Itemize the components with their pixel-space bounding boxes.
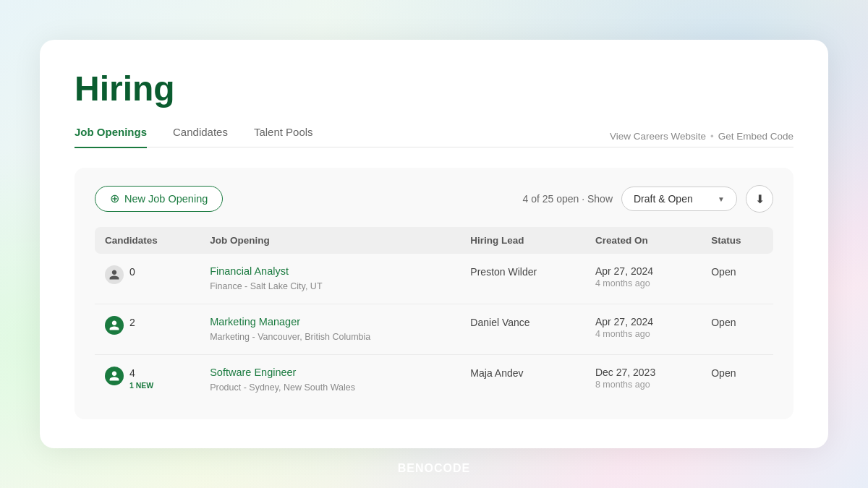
status-filter-dropdown[interactable]: Draft & Open ▼: [621, 187, 737, 211]
status-value: Open: [711, 317, 736, 328]
cell-hiring-lead-1: Daniel Vance: [460, 304, 585, 355]
hiring-lead-name: Daniel Vance: [470, 317, 529, 328]
tab-talent-pools[interactable]: Talent Pools: [254, 126, 313, 148]
candidate-count: 4: [129, 367, 135, 379]
tabs-right-links: View Careers Website • Get Embed Code: [610, 131, 793, 142]
created-date: Apr 27, 2024: [595, 316, 691, 328]
embed-code-link[interactable]: Get Embed Code: [718, 131, 793, 142]
new-job-button[interactable]: ⊕ New Job Opening: [95, 186, 223, 212]
job-sub: Product - Sydney, New South Wales: [210, 382, 355, 393]
tabs-left: Job Openings Candidates Talent Pools: [75, 126, 313, 147]
col-header-status: Status: [701, 227, 773, 254]
created-date: Dec 27, 2023: [595, 367, 691, 378]
cell-status-0: Open: [701, 254, 773, 304]
col-header-hiring-lead: Hiring Lead: [460, 227, 585, 254]
col-header-job-opening: Job Opening: [200, 227, 460, 254]
job-sub: Finance - Salt Lake City, UT: [210, 281, 322, 291]
toolbar-right: 4 of 25 open · Show Draft & Open ▼ ⬇: [522, 185, 773, 213]
cell-created-on-1: Apr 27, 2024 4 months ago: [585, 304, 701, 355]
job-openings-table: Candidates Job Opening Hiring Lead Creat…: [95, 227, 773, 405]
avatar-icon: [105, 316, 124, 335]
download-icon: ⬇: [755, 192, 765, 206]
view-careers-link[interactable]: View Careers Website: [610, 131, 706, 142]
cell-hiring-lead-2: Maja Andev: [460, 355, 585, 406]
cell-hiring-lead-0: Preston Wilder: [460, 254, 585, 304]
candidate-count: 0: [129, 266, 135, 278]
job-title-link[interactable]: Financial Analyst: [210, 265, 450, 277]
cell-candidates-1: 2: [95, 304, 200, 355]
cell-job-opening-2: Software Engineer Product - Sydney, New …: [200, 355, 460, 406]
avatar-icon: [105, 265, 124, 284]
brand-footer: BENOCODE: [398, 462, 470, 475]
created-ago: 4 months ago: [595, 278, 691, 288]
tab-job-openings[interactable]: Job Openings: [75, 126, 147, 148]
status-value: Open: [711, 367, 736, 379]
hiring-lead-name: Preston Wilder: [470, 266, 537, 278]
main-card: Hiring Job Openings Candidates Talent Po…: [40, 40, 828, 449]
cell-job-opening-1: Marketing Manager Marketing - Vancouver,…: [200, 304, 460, 355]
open-count-label: 4 of 25 open · Show: [522, 193, 613, 205]
cell-created-on-0: Apr 27, 2024 4 months ago: [585, 254, 701, 304]
created-date: Apr 27, 2024: [595, 265, 691, 277]
cell-status-2: Open: [701, 355, 773, 406]
page-title: Hiring: [75, 69, 793, 108]
job-sub: Marketing - Vancouver, British Columbia: [210, 332, 370, 342]
candidate-count: 2: [129, 317, 135, 328]
table-row: 0 Financial Analyst Finance - Salt Lake …: [95, 254, 773, 304]
cell-job-opening-0: Financial Analyst Finance - Salt Lake Ci…: [200, 254, 460, 304]
inner-card: ⊕ New Job Opening 4 of 25 open · Show Dr…: [75, 168, 793, 419]
chevron-down-icon: ▼: [718, 195, 725, 203]
job-title-link[interactable]: Software Engineer: [210, 367, 450, 378]
table-header-row: Candidates Job Opening Hiring Lead Creat…: [95, 227, 773, 254]
avatar-icon: [105, 367, 124, 385]
download-button[interactable]: ⬇: [746, 185, 773, 213]
new-badge: 1 NEW: [129, 381, 153, 390]
table-row: 2 Marketing Manager Marketing - Vancouve…: [95, 304, 773, 355]
status-value: Open: [711, 266, 736, 278]
cell-status-1: Open: [701, 304, 773, 355]
col-header-created-on: Created On: [585, 227, 701, 254]
table-row: 4 1 NEW Software Engineer Product - Sydn…: [95, 355, 773, 406]
hiring-lead-name: Maja Andev: [470, 367, 523, 379]
cell-candidates-0: 0: [95, 254, 200, 304]
created-ago: 4 months ago: [595, 329, 691, 339]
col-header-candidates: Candidates: [95, 227, 200, 254]
tab-candidates[interactable]: Candidates: [173, 126, 228, 148]
toolbar: ⊕ New Job Opening 4 of 25 open · Show Dr…: [95, 185, 773, 213]
plus-circle-icon: ⊕: [110, 193, 119, 205]
job-title-link[interactable]: Marketing Manager: [210, 316, 450, 328]
tabs-bar: Job Openings Candidates Talent Pools Vie…: [75, 126, 793, 148]
cell-created-on-2: Dec 27, 2023 8 months ago: [585, 355, 701, 406]
cell-candidates-2: 4 1 NEW: [95, 355, 200, 406]
created-ago: 8 months ago: [595, 380, 691, 390]
